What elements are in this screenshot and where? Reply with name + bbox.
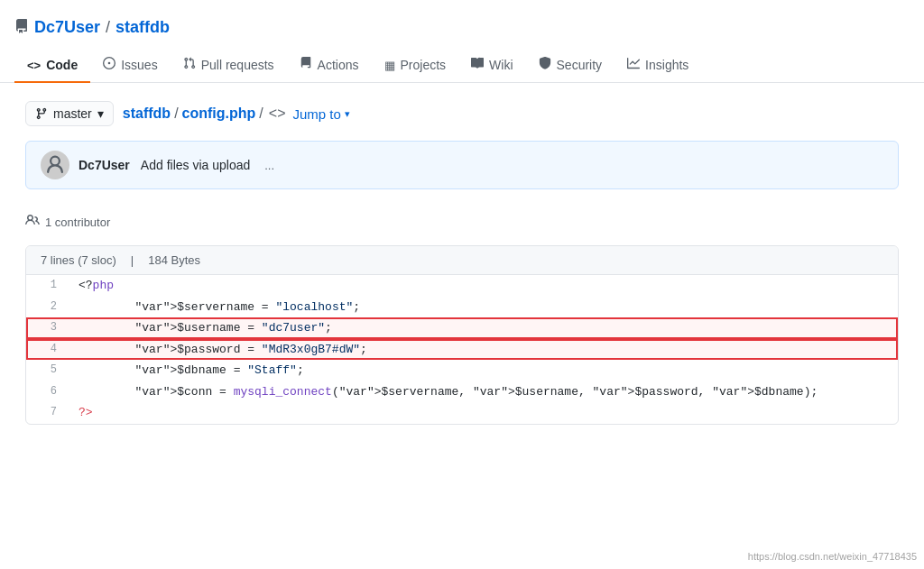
- file-box: 7 lines (7 sloc) | 184 Bytes 1<?php2 "va…: [25, 245, 899, 425]
- tab-security[interactable]: Security: [526, 48, 615, 83]
- repo-title: Dc7User / staffdb: [14, 11, 910, 48]
- tab-pull-requests[interactable]: Pull requests: [171, 48, 287, 83]
- line-code: "var">$servername = "localhost";: [71, 297, 898, 318]
- tab-code[interactable]: <> Code: [14, 49, 90, 83]
- tab-projects[interactable]: ▦ Projects: [372, 49, 459, 83]
- table-row: 3 "var">$username = "dc7user";: [26, 317, 898, 339]
- tab-actions[interactable]: Actions: [287, 48, 372, 83]
- file-header: 7 lines (7 sloc) | 184 Bytes: [26, 246, 898, 275]
- avatar: [41, 151, 69, 179]
- line-code: ?>: [71, 402, 898, 424]
- line-number: 6: [26, 381, 71, 403]
- breadcrumb-sep2: /: [259, 106, 263, 122]
- line-number: 4: [26, 339, 71, 361]
- tab-insights-label: Insights: [645, 58, 688, 72]
- tab-pr-label: Pull requests: [201, 58, 274, 72]
- tab-insights[interactable]: Insights: [614, 48, 701, 83]
- tab-issues[interactable]: Issues: [90, 48, 170, 83]
- issues-icon: [103, 57, 116, 72]
- repo-owner-link[interactable]: Dc7User: [34, 18, 100, 37]
- table-row: 5 "var">$dbname = "Staff";: [26, 360, 898, 381]
- insights-icon: [627, 57, 640, 72]
- file-info: 7 lines (7 sloc) | 184 Bytes: [41, 253, 200, 267]
- breadcrumb-sep1: /: [174, 106, 178, 122]
- breadcrumb: staffdb / config.php / <> Jump to ▾: [123, 106, 350, 122]
- repo-icon: [14, 19, 29, 37]
- line-code: "var">$conn = mysqli_connect("var">$serv…: [71, 381, 898, 403]
- table-row: 4 "var">$password = "MdR3x0gB7#dW";: [26, 339, 898, 361]
- tab-issues-label: Issues: [121, 58, 157, 72]
- contributors-icon: [25, 213, 40, 231]
- repo-name-link[interactable]: staffdb: [116, 18, 170, 37]
- table-row: 7?>: [26, 402, 898, 424]
- repo-separator: /: [106, 18, 110, 37]
- tab-security-label: Security: [557, 58, 603, 72]
- actions-icon: [300, 57, 312, 72]
- page-header: Dc7User / staffdb <> Code Issues: [0, 0, 924, 83]
- commit-author[interactable]: Dc7User: [79, 158, 130, 172]
- tab-projects-label: Projects: [401, 58, 447, 72]
- branch-selector[interactable]: master ▾: [25, 101, 114, 126]
- line-number: 1: [26, 275, 71, 297]
- jump-to-arrow: ▾: [345, 108, 350, 120]
- table-row: 6 "var">$conn = mysqli_connect("var">$se…: [26, 381, 898, 403]
- code-icon: <>: [27, 59, 41, 72]
- jump-to-btn[interactable]: Jump to ▾: [292, 106, 349, 122]
- line-number: 2: [26, 297, 71, 318]
- file-nav: master ▾ staffdb / config.php / <> Jump …: [25, 101, 899, 126]
- line-code: "var">$username = "dc7user";: [71, 317, 898, 339]
- breadcrumb-file: config.php: [182, 106, 256, 122]
- code-table: 1<?php2 "var">$servername = "localhost";…: [26, 275, 898, 424]
- pull-requests-icon: [183, 57, 196, 72]
- branch-chevron: ▾: [97, 106, 104, 121]
- commit-ellipsis: ...: [264, 159, 274, 172]
- projects-icon: ▦: [384, 59, 395, 72]
- line-number: 5: [26, 360, 71, 381]
- line-code: <?php: [71, 275, 898, 297]
- wiki-icon: [471, 57, 484, 72]
- file-divider: |: [131, 253, 134, 267]
- line-code: "var">$dbname = "Staff";: [71, 360, 898, 381]
- security-icon: [539, 57, 551, 72]
- file-size: 184 Bytes: [148, 253, 200, 267]
- tab-actions-label: Actions: [318, 58, 359, 72]
- file-lines: 7 lines (7 sloc): [41, 253, 116, 267]
- commit-message: Add files via upload: [141, 158, 250, 172]
- line-number: 7: [26, 402, 71, 424]
- line-code: "var">$password = "MdR3x0gB7#dW";: [71, 339, 898, 361]
- contributors: 1 contributor: [25, 204, 899, 245]
- nav-tabs: <> Code Issues Pull requests: [14, 48, 910, 82]
- tab-wiki[interactable]: Wiki: [458, 48, 525, 83]
- branch-name: master: [53, 106, 92, 121]
- contributors-label: 1 contributor: [45, 216, 110, 229]
- table-row: 1<?php: [26, 275, 898, 297]
- breadcrumb-tag: <>: [269, 106, 286, 122]
- table-row: 2 "var">$servername = "localhost";: [26, 297, 898, 318]
- jump-to-label: Jump to: [292, 106, 340, 122]
- line-number: 3: [26, 317, 71, 339]
- breadcrumb-repo[interactable]: staffdb: [123, 106, 171, 122]
- commit-box: Dc7User Add files via upload ...: [25, 141, 899, 189]
- tab-code-label: Code: [46, 58, 78, 72]
- main-content: master ▾ staffdb / config.php / <> Jump …: [11, 83, 913, 443]
- tab-wiki-label: Wiki: [489, 58, 513, 72]
